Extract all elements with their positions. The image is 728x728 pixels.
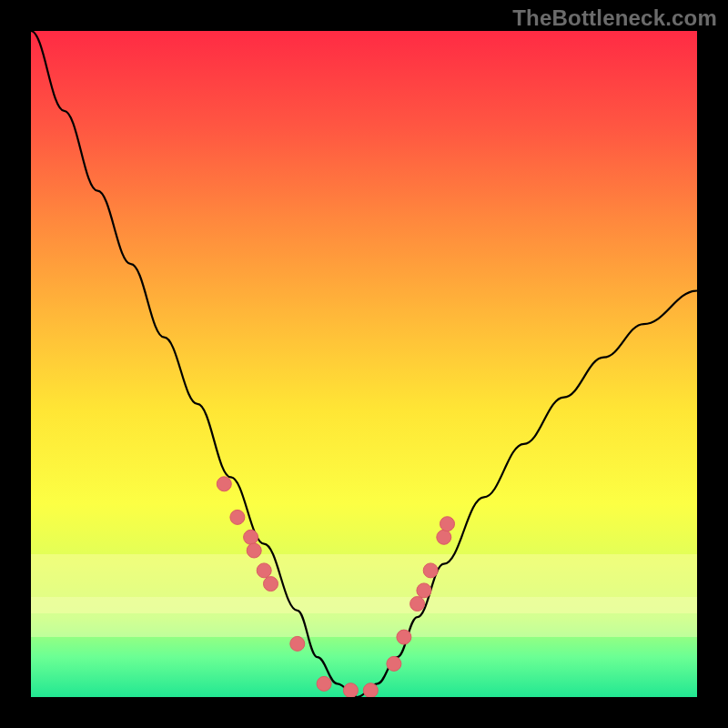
marker-dot: [317, 676, 331, 691]
bottleneck-curve: [31, 31, 697, 697]
marker-dot: [363, 683, 378, 697]
marker-dot: [410, 597, 425, 612]
marker-dot: [387, 656, 401, 671]
marker-dot: [440, 517, 455, 531]
marker-dot: [423, 563, 438, 578]
marker-dot: [247, 543, 261, 558]
marker-group: [217, 477, 454, 697]
marker-dot: [257, 563, 271, 578]
curve-layer: [31, 31, 697, 697]
marker-dot: [290, 636, 305, 651]
marker-dot: [217, 477, 231, 491]
marker-dot: [397, 630, 411, 644]
marker-dot: [244, 530, 258, 544]
marker-dot: [230, 510, 245, 524]
marker-dot: [417, 583, 431, 598]
marker-dot: [437, 530, 451, 544]
plot-area: [31, 31, 697, 697]
marker-dot: [264, 577, 278, 592]
chart-frame: TheBottleneck.com: [0, 0, 728, 728]
marker-dot: [343, 683, 358, 697]
watermark-text: TheBottleneck.com: [512, 5, 717, 31]
